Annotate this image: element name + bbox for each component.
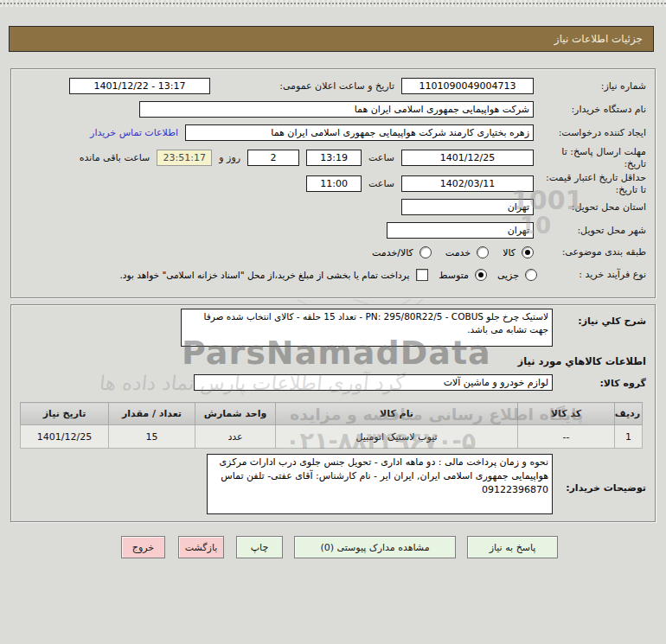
buyer-org-row: نام دستگاه خریدار: شرکت هواپیمایی جمهوری…: [18, 101, 646, 118]
radio-partial[interactable]: جزیی: [497, 269, 537, 281]
radio-service-label: خدمت: [445, 247, 471, 258]
need-info-panel: شماره نیاز: 1101090049004713 تاریخ و ساع…: [10, 68, 656, 298]
col-header-row-number: ردیف: [615, 403, 643, 425]
request-creator-row: ایجاد کننده درخواست: زهره بختیاری کارمند…: [18, 124, 646, 141]
col-header-unit: واحد شمارش: [195, 403, 276, 425]
price-validity-hour-label: ساعت: [368, 178, 394, 190]
top-texture-strip: [0, 0, 666, 7]
need-number-row: شماره نیاز: 1101090049004713 تاریخ و ساع…: [18, 78, 646, 94]
countdown-timer: 23:51:17: [157, 150, 212, 166]
need-number-input[interactable]: 1101090049004713: [401, 78, 534, 94]
radio-goods-service[interactable]: کالا/خدمت: [372, 246, 432, 258]
col-header-item-name: نام کالا: [276, 403, 518, 425]
request-creator-label: ایجاد کننده درخواست:: [541, 127, 646, 139]
response-deadline-date-input[interactable]: 1401/12/25: [401, 150, 534, 166]
need-number-label: شماره نیاز:: [541, 80, 646, 92]
radio-goods-label: کالا: [503, 247, 516, 258]
respond-button[interactable]: پاسخ به نیاز: [467, 536, 558, 558]
items-table-header-row: ردیف کد کالا نام کالا واحد شمارش تعداد /…: [21, 403, 643, 425]
buyer-notes-textarea[interactable]: نحوه و زمان پرداخت مالی : دو ماهه اداری …: [207, 454, 553, 514]
price-validity-date-input[interactable]: 1402/03/11: [401, 175, 534, 192]
response-deadline-time-input[interactable]: 13:19: [306, 150, 362, 166]
province-label: استان محل تحویل:: [541, 201, 646, 214]
print-button[interactable]: چاپ: [236, 536, 283, 558]
goods-group-label: گروه کالا:: [599, 378, 646, 390]
treasury-docs-checkbox[interactable]: [416, 269, 428, 281]
need-desc-label: شرح کلي نیاز:: [578, 316, 646, 328]
radio-service-icon[interactable]: [477, 246, 489, 258]
col-header-item-code: کد کالا: [518, 403, 615, 425]
cell-row-number: 1: [615, 425, 643, 449]
remaining-days-label: روز و: [219, 152, 240, 164]
price-validity-label: حداقل تاریخ اعتبار قیمت: تا تاریخ:: [541, 172, 646, 196]
goods-group-input[interactable]: لوازم خودرو و ماشین آلات: [194, 374, 553, 391]
city-input[interactable]: تهران: [387, 222, 534, 239]
countdown-label: ساعت باقی مانده: [80, 152, 150, 164]
purchase-process-label: نوع فرآیند خرید :: [541, 269, 646, 281]
page-title-bar: جزئیات اطلاعات نیاز: [9, 26, 654, 52]
radio-service[interactable]: خدمت: [445, 246, 489, 258]
request-creator-input[interactable]: زهره بختیاری کارمند شرکت هواپیمایی جمهور…: [185, 124, 534, 141]
cell-quantity: 15: [109, 425, 195, 449]
city-row: شهر محل تحویل: تهران: [18, 222, 646, 239]
radio-goods[interactable]: کالا: [503, 246, 534, 258]
cell-item-code: --: [518, 425, 615, 449]
buyer-notes-label: توضیحات خریدار:: [566, 482, 646, 494]
province-input[interactable]: تهران: [401, 199, 534, 215]
buyer-contact-link[interactable]: اطلاعات تماس خریدار: [90, 127, 178, 138]
exit-button[interactable]: خروج: [121, 536, 165, 558]
items-panel: شرح کلي نیاز: لاستیک چرخ جلو PN: 295/80R…: [10, 304, 656, 522]
province-row: استان محل تحویل: تهران: [18, 199, 646, 215]
back-button[interactable]: بازگشت: [178, 536, 224, 558]
radio-partial-icon[interactable]: [525, 269, 537, 281]
need-desc-textarea[interactable]: لاستیک چرخ جلو PN: 295/80R22/5 - COBUS -…: [181, 309, 553, 347]
response-deadline-row: مهلت ارسال پاسخ: تا تاریخ: 1401/12/25 سا…: [18, 146, 646, 170]
attachments-button[interactable]: مشاهده مدارک پیوستی (0): [294, 536, 456, 558]
buyer-org-input[interactable]: شرکت هواپیمایی جمهوری اسلامی ایران هما: [139, 101, 534, 118]
price-validity-row: حداقل تاریخ اعتبار قیمت: تا تاریخ: 1402/…: [18, 172, 646, 196]
cell-item-name: تیوب لاستیک اتومبیل: [276, 425, 518, 449]
announce-datetime-label: تاریخ و ساعت اعلان عمومی:: [217, 80, 394, 92]
items-table: ردیف کد کالا نام کالا واحد شمارش تعداد /…: [20, 402, 643, 449]
items-table-row: 1 -- تیوب لاستیک اتومبیل عدد 15 1401/12/…: [21, 425, 643, 449]
radio-goods-service-label: کالا/خدمت: [372, 247, 413, 258]
city-label: شهر محل تحویل:: [541, 225, 646, 237]
buyer-org-label: نام دستگاه خریدار:: [541, 104, 646, 116]
response-deadline-label: مهلت ارسال پاسخ: تا تاریخ:: [541, 146, 646, 170]
announce-datetime-input[interactable]: 13:17 - 1401/12/22: [69, 78, 210, 94]
need-details-page: جزئیات اطلاعات نیاز شماره نیاز: 11010900…: [0, 0, 666, 644]
response-deadline-hour-label: ساعت: [368, 152, 394, 164]
items-section-header: اطلاعات کالاهاي مورد نیاز: [518, 355, 646, 367]
treasury-docs-option[interactable]: پرداخت تمام یا بخشی از مبلغ خرید،از محل …: [119, 269, 428, 281]
cell-unit: عدد: [195, 425, 276, 449]
radio-medium-label: متوسط: [439, 270, 469, 281]
remaining-days-input[interactable]: 2: [247, 150, 299, 166]
purchase-process-row: نوع فرآیند خرید : جزیی متوسط پرداخت تمام…: [18, 269, 646, 281]
page-title: جزئیات اطلاعات نیاز: [554, 33, 643, 45]
col-header-need-date: تاریخ نیاز: [21, 403, 109, 425]
col-header-quantity: تعداد / مقدار: [109, 403, 195, 425]
subject-class-row: طبقه بندی موضوعی: کالا خدمت کالا/خدمت: [18, 246, 646, 258]
treasury-docs-label: پرداخت تمام یا بخشی از مبلغ خرید،از محل …: [119, 270, 409, 280]
radio-goods-service-icon[interactable]: [419, 246, 432, 258]
radio-goods-icon[interactable]: [522, 246, 534, 258]
subject-class-label: طبقه بندی موضوعی:: [541, 246, 646, 258]
cell-need-date: 1401/12/25: [21, 425, 109, 449]
radio-medium-icon[interactable]: [475, 269, 487, 281]
radio-partial-label: جزیی: [497, 270, 519, 281]
radio-medium[interactable]: متوسط: [439, 269, 487, 281]
price-validity-time-input[interactable]: 11:00: [306, 175, 362, 192]
